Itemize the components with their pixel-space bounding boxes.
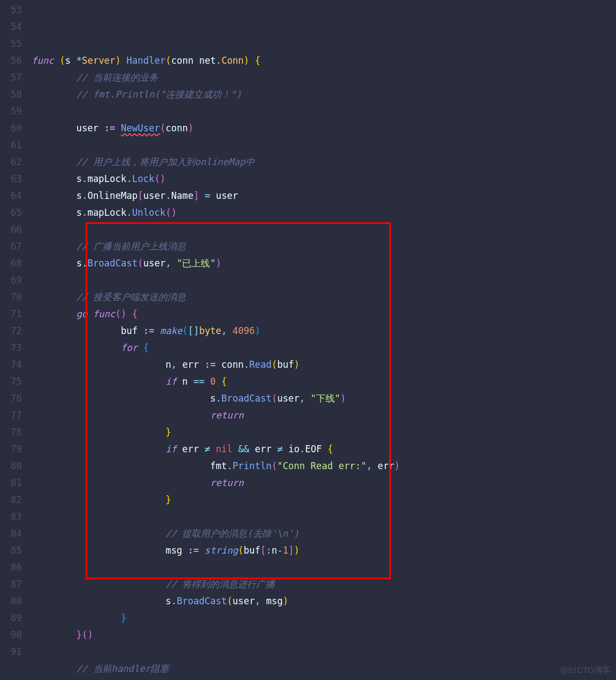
code-line[interactable]: s.mapLock.Lock() — [32, 171, 400, 187]
code-line[interactable]: if n == 0 { — [32, 373, 400, 390]
token: ≠ — [277, 444, 282, 454]
code-line[interactable] — [32, 103, 400, 120]
token: s — [76, 190, 82, 201]
token — [233, 444, 238, 454]
code-line[interactable] — [32, 221, 400, 238]
token: , — [255, 596, 265, 606]
token: ) — [340, 393, 346, 404]
token: n — [182, 376, 193, 387]
code-line[interactable]: n, err := conn.Read(buf) — [32, 356, 400, 373]
code-line[interactable]: user := NewUser(conn) — [32, 120, 400, 137]
token: EOF — [305, 444, 322, 454]
token: = — [199, 190, 216, 201]
code-area[interactable]: func (s *Server) Handler(conn net.Conn) … — [28, 0, 400, 680]
token: // fmt.Println("连接建立成功！") — [76, 89, 241, 100]
line-number: 88 — [4, 593, 22, 610]
line-number: 86 — [4, 559, 22, 576]
token: 4096 — [233, 325, 255, 336]
code-line[interactable] — [32, 272, 400, 289]
code-line[interactable]: select {} — [32, 677, 400, 680]
token: s — [210, 393, 216, 404]
token: ( — [238, 545, 244, 556]
code-line[interactable]: } — [32, 424, 400, 441]
token: Handler — [126, 55, 166, 66]
token: s — [76, 258, 82, 269]
token: user — [143, 190, 166, 201]
code-line[interactable]: // 将得到的消息进行广播 — [32, 576, 400, 593]
line-number: 87 — [4, 576, 22, 593]
code-line[interactable]: return — [32, 407, 400, 424]
token: user — [216, 190, 238, 201]
token: conn — [166, 123, 188, 133]
token: // 当前连接的业务 — [76, 72, 158, 83]
code-line[interactable]: go func() { — [32, 306, 400, 323]
code-editor[interactable]: 5354555657585960616263646566676869707172… — [0, 0, 616, 680]
code-line[interactable]: if err ≠ nil && err ≠ io.EOF { — [32, 441, 400, 458]
code-line[interactable]: for { — [32, 339, 400, 356]
token: { — [132, 308, 137, 319]
token: . — [82, 173, 87, 184]
code-line[interactable] — [32, 508, 400, 525]
token: msg — [166, 545, 188, 556]
code-line[interactable]: // 提取用户的消息(去除'\n') — [32, 525, 400, 542]
token: - — [277, 545, 282, 556]
code-line[interactable]: s.BroadCast(user, "下线") — [32, 390, 400, 407]
token: , — [221, 325, 232, 336]
code-line[interactable]: s.OnlineMap[user.Name] = user — [32, 187, 400, 204]
code-line[interactable]: // 当前连接的业务 — [32, 69, 400, 86]
code-line[interactable]: // 广播当前用户上线消息 — [32, 238, 400, 255]
token: "已上线" — [177, 258, 215, 269]
token: , — [366, 460, 377, 471]
code-line[interactable] — [32, 559, 400, 576]
code-line[interactable]: msg := string(buf[:n-1]) — [32, 542, 400, 559]
token: . — [216, 393, 221, 404]
code-line[interactable]: // fmt.Println("连接建立成功！") — [32, 86, 400, 103]
token: err — [182, 444, 204, 454]
token: for — [121, 342, 143, 353]
line-number: 91 — [4, 643, 22, 660]
token: func — [32, 55, 59, 66]
line-number: 62 — [4, 154, 22, 171]
code-line[interactable]: func (s *Server) Handler(conn net.Conn) … — [32, 52, 400, 69]
code-line[interactable]: s.mapLock.Unlock() — [32, 204, 400, 221]
token: nil — [216, 444, 233, 454]
code-line[interactable]: // 当前handler阻塞 — [32, 660, 400, 677]
token: ) — [244, 55, 255, 66]
code-line[interactable]: buf := make([]byte, 4096) — [32, 323, 400, 339]
code-line[interactable]: // 接受客户端发送的消息 — [32, 289, 400, 306]
token: s — [166, 596, 171, 606]
code-line[interactable]: s.BroadCast(user, msg) — [32, 593, 400, 610]
code-line[interactable]: // 用户上线，将用户加入到onlineMap中 — [32, 154, 400, 171]
watermark: @51CTO博客 — [560, 665, 611, 676]
token: user — [277, 393, 299, 404]
token: conn — [171, 55, 199, 66]
token: ) — [188, 123, 194, 133]
token: n — [271, 545, 277, 556]
code-line[interactable]: s.BroadCast(user, "已上线") — [32, 255, 400, 272]
code-line[interactable]: } — [32, 491, 400, 508]
token: ( — [160, 123, 165, 133]
token: user — [76, 123, 104, 133]
token — [210, 444, 216, 454]
token: // 接受客户端发送的消息 — [76, 292, 186, 302]
code-line[interactable]: fmt.Println("Conn Read err:", err) — [32, 458, 400, 475]
code-line[interactable]: return — [32, 475, 400, 491]
line-number: 83 — [4, 508, 22, 525]
code-line[interactable]: } — [32, 610, 400, 627]
line-number: 58 — [4, 86, 22, 103]
line-number: 73 — [4, 339, 22, 356]
token: // 用户上线，将用户加入到onlineMap中 — [76, 156, 255, 167]
code-line[interactable] — [32, 643, 400, 660]
code-line[interactable] — [32, 137, 400, 154]
token: [ — [261, 545, 266, 556]
token: ( — [166, 55, 171, 66]
line-number: 76 — [4, 390, 22, 407]
code-line[interactable]: }() — [32, 627, 400, 643]
token: Read — [249, 359, 271, 370]
token: } — [166, 427, 171, 438]
token: ( — [138, 258, 143, 269]
token: := — [104, 123, 115, 133]
token: BroadCast — [221, 393, 271, 404]
token: . — [227, 460, 232, 471]
token: ( — [227, 596, 232, 606]
